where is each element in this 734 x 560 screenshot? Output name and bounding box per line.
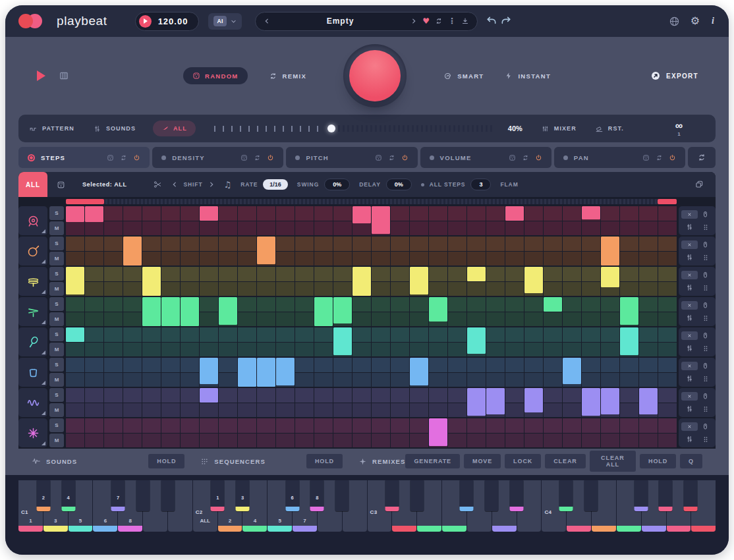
step-cell[interactable] [161, 206, 180, 235]
step-cell[interactable] [563, 327, 581, 356]
step-cell[interactable] [544, 327, 562, 356]
step-cell[interactable] [200, 418, 218, 447]
step-cell[interactable] [372, 418, 390, 447]
step-cell[interactable] [142, 237, 161, 266]
tab-volume[interactable]: VOLUME [420, 147, 551, 168]
step-cell[interactable] [544, 206, 562, 235]
settings-gear-icon[interactable]: ⚙ [691, 16, 700, 26]
step-cell[interactable] [544, 267, 562, 296]
track-select-openhat[interactable] [18, 297, 47, 326]
mute-button[interactable]: M [49, 252, 64, 266]
clear-track-button[interactable] [681, 392, 698, 401]
step-cell[interactable] [582, 358, 600, 387]
step-cell[interactable] [372, 327, 390, 356]
drag-handle-icon[interactable] [702, 254, 710, 262]
step-cell[interactable] [544, 358, 562, 387]
solo-button[interactable]: S [49, 358, 64, 372]
step-cell[interactable] [257, 267, 275, 296]
step-cell[interactable] [142, 327, 161, 356]
step-cell[interactable] [353, 358, 371, 387]
step-cell[interactable] [353, 267, 371, 296]
step-cell[interactable] [391, 388, 409, 417]
mouse-tool-icon[interactable] [701, 392, 710, 401]
step-cell[interactable] [219, 327, 237, 356]
step-cell[interactable] [295, 327, 314, 356]
sounds-hold-button[interactable]: HOLD [148, 454, 184, 468]
step-cell[interactable] [658, 267, 677, 296]
mute-button[interactable]: M [49, 434, 64, 447]
step-cell[interactable] [620, 237, 638, 266]
step-cell[interactable] [219, 358, 237, 387]
step-cell[interactable] [333, 327, 352, 356]
step-cell[interactable] [257, 388, 275, 417]
step-cell[interactable] [429, 418, 447, 447]
step-cell[interactable] [85, 418, 103, 447]
remixes-section-label[interactable]: REMIXES [358, 457, 405, 466]
step-cell[interactable] [333, 267, 352, 296]
step-cell[interactable] [658, 358, 677, 387]
step-cell[interactable] [66, 358, 84, 387]
step-cell[interactable] [505, 358, 524, 387]
step-cell[interactable] [563, 206, 581, 235]
generate-button[interactable]: GENERATE [405, 454, 460, 468]
randomize-steps-icon[interactable] [57, 181, 65, 189]
step-cell[interactable] [563, 418, 581, 447]
step-cell[interactable] [238, 267, 256, 296]
step-cell[interactable] [161, 237, 180, 266]
mute-button[interactable]: M [49, 312, 64, 326]
step-cell[interactable] [142, 206, 161, 235]
mute-button[interactable]: M [49, 403, 64, 417]
step-cell[interactable] [333, 418, 352, 447]
step-cell[interactable] [219, 418, 237, 447]
step-cell[interactable] [582, 327, 600, 356]
step-cell[interactable] [505, 388, 524, 417]
step-cell[interactable] [563, 388, 581, 417]
step-cell[interactable] [181, 206, 199, 235]
step-cell[interactable] [238, 358, 256, 387]
mute-button[interactable]: M [49, 373, 64, 387]
step-cell[interactable] [161, 418, 180, 447]
black-key[interactable] [509, 480, 523, 511]
step-cell[interactable] [563, 237, 581, 266]
step-cell[interactable] [219, 237, 237, 266]
step-cell[interactable] [467, 388, 486, 417]
shift-left-icon[interactable] [171, 181, 178, 188]
step-cell[interactable] [295, 237, 314, 266]
instant-button[interactable]: INSTANT [505, 72, 551, 80]
clear-all-button[interactable]: CLEAR ALL [590, 451, 636, 472]
step-cell[interactable] [200, 388, 218, 417]
shift-right-icon[interactable] [208, 181, 215, 188]
step-cell[interactable] [85, 327, 103, 356]
step-cell[interactable] [582, 206, 600, 235]
mixer-button[interactable]: MIXER [541, 125, 577, 133]
black-key[interactable] [659, 480, 673, 511]
step-cell[interactable] [582, 388, 600, 417]
track-settings-icon[interactable] [685, 283, 694, 292]
step-cell[interactable] [104, 418, 123, 447]
step-cell[interactable] [85, 206, 103, 235]
sequencers-section-label[interactable]: SEQUENCERS [200, 457, 266, 466]
drag-handle-icon[interactable] [702, 345, 710, 352]
black-key[interactable] [385, 480, 399, 511]
step-cell[interactable] [601, 418, 619, 447]
step-cell[interactable] [314, 418, 333, 447]
step-cell[interactable] [505, 237, 524, 266]
step-cell[interactable] [161, 388, 180, 417]
tab-pan[interactable]: PAN [554, 147, 685, 168]
mouse-tool-icon[interactable] [701, 240, 710, 249]
step-cell[interactable] [372, 206, 390, 235]
compare-icon[interactable] [435, 17, 443, 25]
step-cell[interactable] [391, 358, 409, 387]
step-cell[interactable] [467, 327, 486, 356]
step-cell[interactable] [391, 297, 409, 326]
step-cell[interactable] [314, 297, 333, 326]
step-cell[interactable] [448, 237, 466, 266]
remixes-hold-button[interactable]: HOLD [640, 454, 676, 468]
slider-knob[interactable] [327, 125, 335, 132]
delay-value[interactable]: 0% [386, 179, 412, 190]
step-cell[interactable] [486, 418, 505, 447]
step-cell[interactable] [505, 267, 524, 296]
undo-icon[interactable] [486, 16, 497, 26]
bpm-value[interactable]: 120.00 [158, 16, 188, 26]
remix-button[interactable]: REMIX [269, 72, 307, 80]
